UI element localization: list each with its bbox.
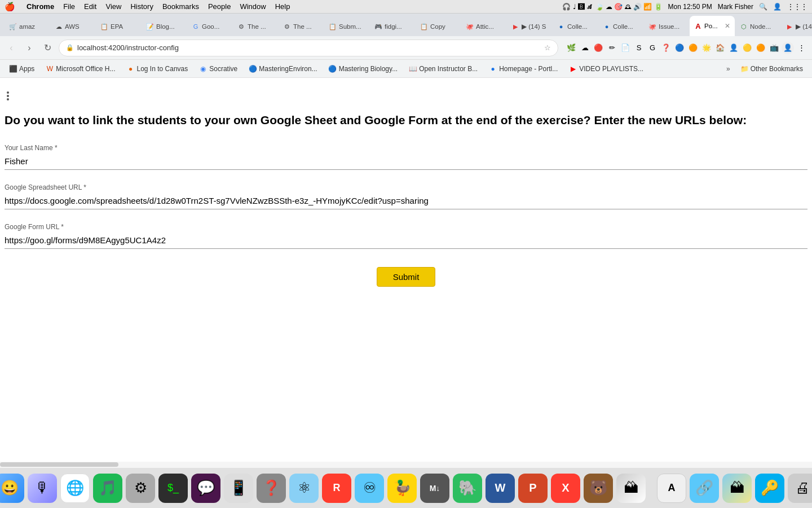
tab-the2[interactable]: ⚙ The ... [279,17,324,36]
tab-copy[interactable]: 📋 Copy [416,17,461,36]
apple-menu[interactable]: 🍎 [5,2,15,12]
dock-markdown[interactable]: M↓ [420,474,449,503]
three-dots-menu[interactable] [5,89,16,103]
extension-icon-8[interactable]: ❓ [660,42,672,54]
forward-button[interactable]: › [23,41,36,55]
extension-icon-12[interactable]: 🏠 [714,42,726,54]
tab-fidgi[interactable]: 🎮 fidgi... [370,17,415,36]
star-icon[interactable]: ☆ [544,43,551,52]
bookmark-apps[interactable]: ⬛ Apps [5,62,39,76]
tab-node[interactable]: ⬡ Node... [735,17,780,36]
dock-growl[interactable]: 🐻 [584,474,613,503]
dock-textsoap-icon: A [668,482,676,494]
window-menu[interactable]: Window [240,2,266,11]
chrome-avatar[interactable]: 👤 [782,42,794,54]
dock-uctox[interactable]: X [551,474,580,503]
reload-button[interactable]: ↻ [41,41,54,55]
extension-icon-13[interactable]: 👤 [727,42,740,54]
people-menu[interactable]: People [208,2,231,11]
dock-siri[interactable]: 🎙 [28,474,57,503]
extension-icon-4[interactable]: ✏ [606,42,618,54]
scrollbar-thumb[interactable] [0,462,118,467]
tab-yt14b[interactable]: ▶ ▶ (14) [781,17,812,36]
bookmark-other-folders[interactable]: 📁 Other Bookmarks [736,62,807,76]
tab-po[interactable]: A Po... ✕ [690,16,735,36]
dock-textsoap[interactable]: A [657,474,686,503]
tab-amaz[interactable]: 🛒 amaz [5,17,50,36]
extension-icon-7[interactable]: G [646,42,659,54]
extension-icon-15[interactable]: 🟠 [754,42,767,54]
tab-blog[interactable]: 📝 Blog... [142,17,187,36]
dock-retcon[interactable]: 🔗 [690,474,719,503]
chrome-menu-button[interactable]: ⋮ [795,42,807,54]
dock-overflow[interactable]: ♾ [355,474,384,503]
bookmark-msoffice[interactable]: W Microsoft Office H... [41,62,120,76]
tab-goog[interactable]: G Goo... [187,17,232,36]
back-button[interactable]: ‹ [5,41,18,55]
dock-rapidweaver[interactable]: R [322,474,351,503]
dock-simulator[interactable]: 📱 [224,474,253,503]
dock-powerpoint[interactable]: P [518,474,548,503]
extension-icon-2[interactable]: ☁ [579,42,591,54]
tab-the1[interactable]: ⚙ The ... [233,17,278,36]
dock-chrome[interactable]: 🌐 [60,474,90,503]
bookmark-canvas[interactable]: ● Log In to Canvas [122,62,193,76]
tab-colle2[interactable]: ● Colle... [598,17,643,36]
dock-finder[interactable]: 😀 [0,474,24,503]
tab-subm[interactable]: 📋 Subm... [324,17,369,36]
bookmark-open-instructor[interactable]: 📖 Open Instructor B... [404,62,482,76]
bookmark-video-playlists[interactable]: ▶ VIDEO PLAYLISTS... [564,62,648,76]
dock-spotify[interactable]: 🎵 [93,474,122,503]
extension-icon-6[interactable]: S [633,42,645,54]
help-menu[interactable]: Help [275,2,290,11]
extension-icon-3[interactable]: 🔴 [592,42,604,54]
bookmark-mastering-bio[interactable]: 🔵 Mastering Biology... [324,62,403,76]
address-input[interactable]: 🔒 localhost:4200/instructor-config ☆ [59,40,558,56]
extension-icon-9[interactable]: 🔵 [673,42,686,54]
chrome-menu[interactable]: Chrome [27,2,54,11]
spreadsheet-url-input[interactable] [5,194,807,209]
extension-icon-1[interactable]: 🌿 [565,42,577,54]
dock-atom[interactable]: ⚛ [289,474,319,503]
bookmarks-more-button[interactable]: » [723,65,734,73]
tab-label-yt14b: ▶ (14) [796,23,812,30]
view-menu[interactable]: View [105,2,121,11]
edit-menu[interactable]: Edit [84,2,96,11]
dock-system-prefs[interactable]: ⚙ [126,474,155,503]
submit-button[interactable]: Submit [377,267,436,287]
form-url-input[interactable] [5,233,807,249]
menu-bar-apps[interactable]: ⋮⋮⋮ [787,3,807,11]
dock-printer[interactable]: 🖨 [788,474,812,503]
dock-duck[interactable]: 🦆 [387,474,417,503]
bookmark-mastering-env[interactable]: 🔵 MasteringEnviron... [244,62,321,76]
dock-slack[interactable]: 💬 [191,474,220,503]
dock-help[interactable]: ❓ [257,474,286,503]
tab-yt14a[interactable]: ▶ ▶ (14) S [507,17,552,36]
dock-evernote[interactable]: 🐘 [453,474,482,503]
history-menu[interactable]: History [130,2,153,11]
bookmark-socrative[interactable]: ◉ Socrative [195,62,242,76]
extension-icon-10[interactable]: 🟠 [687,42,699,54]
tab-aws[interactable]: ☁ AWS [50,17,95,36]
dock-terminal[interactable]: $_ [158,474,188,503]
menu-bar-search[interactable]: 🔍 [759,3,767,11]
extension-icon-14[interactable]: 🟡 [741,42,753,54]
tab-epa[interactable]: 📋 EPA [96,17,141,36]
dock-1password[interactable]: 🔑 [755,474,784,503]
tab-issue[interactable]: 🐙 Issue... [644,17,689,36]
dock-photos[interactable]: 🏔 [722,474,752,503]
bookmark-favicon-mastering-env: 🔵 [249,65,257,73]
last-name-input[interactable] [5,154,807,170]
extension-icon-11[interactable]: 🌟 [700,42,713,54]
extension-icon-5[interactable]: 📄 [619,42,632,54]
tab-colle1[interactable]: ● Colle... [553,17,598,36]
bookmark-homepage[interactable]: ● Homepage - Portl... [484,62,562,76]
tab-close-po[interactable]: ✕ [725,22,730,30]
bookmarks-menu[interactable]: Bookmarks [162,2,199,11]
extension-icon-cast[interactable]: 📺 [768,42,780,54]
dock-word[interactable]: W [486,474,515,503]
scrollbar[interactable] [0,462,812,467]
file-menu[interactable]: File [63,2,75,11]
dock-preview[interactable]: 🏔 [616,474,646,503]
tab-attic[interactable]: 🐙 Attic... [461,17,506,36]
